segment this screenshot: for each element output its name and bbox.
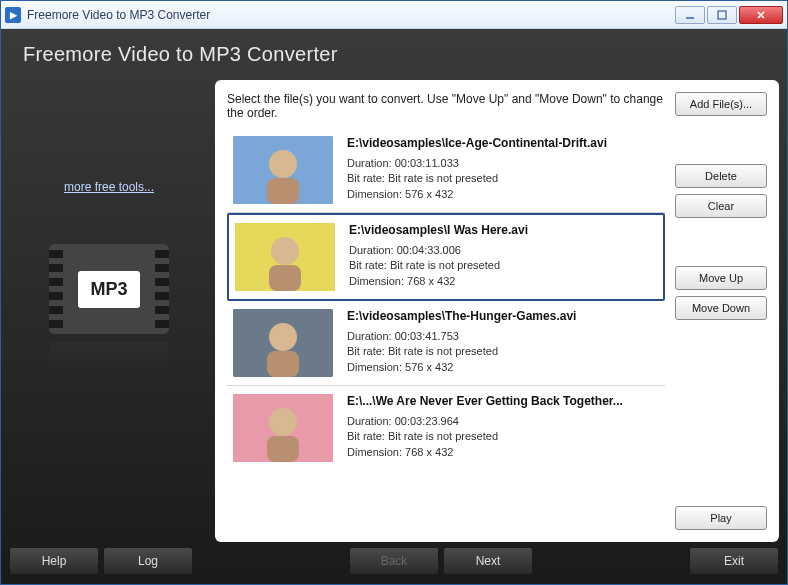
app-icon: ▶ <box>5 7 21 23</box>
film-strip-icon: MP3 <box>49 244 169 334</box>
video-thumbnail <box>233 136 333 204</box>
video-thumbnail <box>233 394 333 462</box>
file-item[interactable]: E:\videosamples\Ice-Age-Continental-Drif… <box>227 128 665 213</box>
page-title: Freemore Video to MP3 Converter <box>23 43 765 66</box>
sidebar: more free tools... MP3 <box>9 80 209 542</box>
svg-rect-15 <box>267 436 299 462</box>
delete-button[interactable]: Delete <box>675 164 767 188</box>
svg-point-11 <box>269 323 297 351</box>
video-thumbnail <box>233 309 333 377</box>
window-title: Freemore Video to MP3 Converter <box>27 8 675 22</box>
help-button[interactable]: Help <box>9 547 99 575</box>
clear-button[interactable]: Clear <box>675 194 767 218</box>
file-meta: Duration: 00:03:41.753Bit rate: Bit rate… <box>347 329 659 375</box>
file-item[interactable]: E:\videosamples\The-Hunger-Games.aviDura… <box>227 301 665 386</box>
file-info: E:\videosamples\Ice-Age-Continental-Drif… <box>347 136 659 204</box>
file-item[interactable]: E:\...\We Are Never Ever Getting Back To… <box>227 386 665 470</box>
svg-rect-6 <box>267 178 299 204</box>
footer: Help Log Back Next Exit <box>5 542 783 580</box>
file-list-column: Select the file(s) you want to convert. … <box>227 92 665 530</box>
content-panel: Select the file(s) you want to convert. … <box>215 80 779 542</box>
window-controls <box>675 6 783 24</box>
add-files-button[interactable]: Add File(s)... <box>675 92 767 116</box>
more-tools-link[interactable]: more free tools... <box>64 180 154 194</box>
app-header: Freemore Video to MP3 Converter <box>5 33 783 80</box>
svg-rect-12 <box>267 351 299 377</box>
file-info: E:\videosamples\I Was Here.aviDuration: … <box>349 223 657 291</box>
file-info: E:\...\We Are Never Ever Getting Back To… <box>347 394 659 462</box>
file-meta: Duration: 00:04:33.006Bit rate: Bit rate… <box>349 243 657 289</box>
move-up-button[interactable]: Move Up <box>675 266 767 290</box>
file-path: E:\videosamples\Ice-Age-Continental-Drif… <box>347 136 659 150</box>
action-buttons-column: Add File(s)... Delete Clear Move Up Move… <box>675 92 767 530</box>
svg-rect-9 <box>269 265 301 291</box>
video-thumbnail <box>235 223 335 291</box>
reflection <box>49 342 169 370</box>
file-list[interactable]: E:\videosamples\Ice-Age-Continental-Drif… <box>227 128 665 530</box>
log-button[interactable]: Log <box>103 547 193 575</box>
mp3-graphic-icon: MP3 <box>49 244 169 334</box>
file-info: E:\videosamples\The-Hunger-Games.aviDura… <box>347 309 659 377</box>
instruction-text: Select the file(s) you want to convert. … <box>227 92 665 120</box>
svg-point-14 <box>269 408 297 436</box>
file-path: E:\videosamples\The-Hunger-Games.avi <box>347 309 659 323</box>
exit-button[interactable]: Exit <box>689 547 779 575</box>
play-button[interactable]: Play <box>675 506 767 530</box>
close-button[interactable] <box>739 6 783 24</box>
main-row: more free tools... MP3 Select the file(s… <box>5 80 783 542</box>
titlebar: ▶ Freemore Video to MP3 Converter <box>1 1 787 29</box>
back-button[interactable]: Back <box>349 547 439 575</box>
move-down-button[interactable]: Move Down <box>675 296 767 320</box>
app-body: Freemore Video to MP3 Converter more fre… <box>1 29 787 584</box>
file-path: E:\...\We Are Never Ever Getting Back To… <box>347 394 659 408</box>
file-item[interactable]: E:\videosamples\I Was Here.aviDuration: … <box>227 213 665 301</box>
svg-rect-1 <box>718 11 726 19</box>
maximize-button[interactable] <box>707 6 737 24</box>
file-meta: Duration: 00:03:23.964Bit rate: Bit rate… <box>347 414 659 460</box>
file-path: E:\videosamples\I Was Here.avi <box>349 223 657 237</box>
svg-point-5 <box>269 150 297 178</box>
next-button[interactable]: Next <box>443 547 533 575</box>
svg-point-8 <box>271 237 299 265</box>
minimize-button[interactable] <box>675 6 705 24</box>
mp3-label: MP3 <box>78 271 139 308</box>
file-meta: Duration: 00:03:11.033Bit rate: Bit rate… <box>347 156 659 202</box>
app-window: ▶ Freemore Video to MP3 Converter Freemo… <box>0 0 788 585</box>
